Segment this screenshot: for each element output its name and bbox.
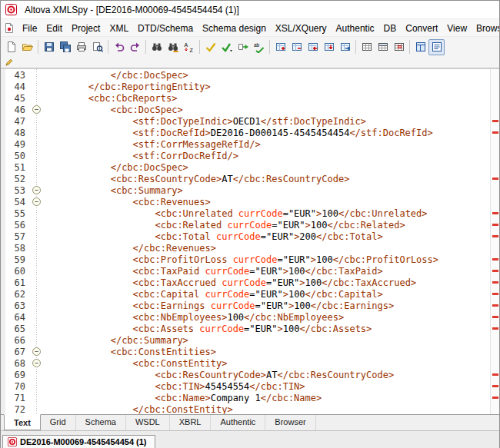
- code-line[interactable]: 64<cbc:NbEmployees>100</cbc:NbEmployees>: [5, 311, 490, 323]
- grid-expand-icon[interactable]: [272, 39, 288, 55]
- code-text[interactable]: <cbc:TaxPaid currCode="EUR">100</cbc:Tax…: [44, 266, 490, 277]
- scroll-marker-strip[interactable]: [490, 69, 499, 414]
- menu-item-authentic[interactable]: Authentic: [332, 21, 379, 36]
- fold-margin[interactable]: [30, 69, 44, 81]
- code-text[interactable]: <stf:DocRefId>DE2016-D000145-4545454454<…: [44, 128, 490, 138]
- menu-item-view[interactable]: View: [442, 21, 472, 36]
- code-text[interactable]: </cbc:ConstEntity>: [44, 404, 490, 415]
- code-line[interactable]: 45<cbc:CbcReports>: [5, 92, 490, 104]
- code-text[interactable]: </cbc:ReportingEntity>: [44, 81, 490, 92]
- code-text[interactable]: <cbc:Unrelated currCode="EUR">100</cbc:U…: [44, 208, 490, 219]
- menu-item-xml[interactable]: XML: [105, 21, 133, 36]
- find-next-icon[interactable]: [165, 39, 181, 55]
- validate-icon[interactable]: [218, 39, 235, 55]
- document-tab[interactable]: DE2016-M00069-4545454454 (1): [2, 435, 155, 448]
- code-line[interactable]: 60<cbc:TaxPaid currCode="EUR">100</cbc:T…: [5, 265, 490, 277]
- fold-margin[interactable]: [30, 81, 44, 92]
- view-tab-authentic[interactable]: Authentic: [211, 415, 265, 430]
- fold-collapse-icon[interactable]: −: [32, 197, 41, 206]
- fold-margin[interactable]: [30, 150, 44, 161]
- menu-item-file[interactable]: File: [18, 21, 42, 36]
- code-text[interactable]: <cbc:ConstEntities>: [44, 347, 490, 357]
- code-text[interactable]: <cbc:Earnings currCode="EUR">100</cbc:Ea…: [44, 300, 490, 311]
- menu-item-project[interactable]: Project: [67, 21, 105, 36]
- code-line[interactable]: 72</cbc:ConstEntity>: [5, 403, 490, 414]
- menu-item-dtd-schema[interactable]: DTD/Schema: [133, 21, 198, 36]
- code-text[interactable]: <cbc:ResCountryCode>AT</cbc:ResCountryCo…: [44, 174, 490, 184]
- code-line[interactable]: 49<stf:CorrMessageRefId/>: [5, 138, 490, 150]
- fold-margin[interactable]: −: [30, 104, 44, 115]
- fold-margin[interactable]: [30, 277, 44, 288]
- code-text[interactable]: <cbc:TaxAccrued currCode="EUR">100</cbc:…: [44, 277, 490, 288]
- save-icon[interactable]: [41, 39, 57, 55]
- code-text[interactable]: <cbc:DocSpec>: [44, 105, 490, 115]
- code-text[interactable]: <stf:CorrMessageRefId/>: [44, 139, 490, 150]
- menu-item-db[interactable]: DB: [379, 21, 402, 36]
- code-line[interactable]: 65<cbc:Assets currCode="EUR">100</cbc:As…: [5, 323, 490, 334]
- view-tab-wsdl[interactable]: WSDL: [126, 415, 170, 430]
- code-line[interactable]: 51</cbc:DocSpec>: [5, 161, 490, 173]
- code-line[interactable]: 44</cbc:ReportingEntity>: [5, 81, 490, 92]
- fold-margin[interactable]: [30, 288, 44, 300]
- code-line[interactable]: 63<cbc:Earnings currCode="EUR">100</cbc:…: [5, 300, 490, 311]
- code-text[interactable]: <cbc:Name>Company 1</cbc:Name>: [44, 393, 490, 403]
- code-line[interactable]: 70<cbc:TIN>45454554</cbc:TIN>: [5, 380, 490, 392]
- print-icon[interactable]: [73, 39, 89, 55]
- fold-margin[interactable]: [30, 254, 44, 265]
- open-file-icon[interactable]: [19, 39, 35, 55]
- code-text[interactable]: <cbc:ConstEntity>: [44, 358, 490, 369]
- code-line[interactable]: 46−<cbc:DocSpec>: [5, 104, 490, 115]
- print-preview-icon[interactable]: [89, 39, 105, 55]
- fold-margin[interactable]: [30, 334, 44, 346]
- grid-insert-col-icon[interactable]: [337, 39, 353, 55]
- code-text[interactable]: <cbc:TIN>45454554</cbc:TIN>: [44, 381, 490, 392]
- code-line[interactable]: 52<cbc:ResCountryCode>AT</cbc:ResCountry…: [5, 173, 490, 184]
- code-line[interactable]: 57<cbc:Total currCode="EUR">200</cbc:Tot…: [5, 231, 490, 242]
- menu-item-edit[interactable]: Edit: [42, 21, 67, 36]
- table-view-icon[interactable]: [358, 39, 375, 55]
- fold-margin[interactable]: −: [30, 346, 44, 357]
- code-text[interactable]: <cbc:ProfitOrLoss currCode="EUR">100</cb…: [44, 254, 490, 265]
- code-text[interactable]: <cbc:ResCountryCode>AT</cbc:ResCountryCo…: [44, 370, 490, 380]
- code-text[interactable]: <stf:DocTypeIndic>OECD1</stf:DocTypeIndi…: [44, 116, 490, 127]
- find-icon[interactable]: [148, 39, 165, 55]
- fold-collapse-icon[interactable]: −: [32, 347, 41, 356]
- menu-item-convert[interactable]: Convert: [401, 21, 442, 36]
- code-line[interactable]: 68−<cbc:ConstEntity>: [5, 357, 490, 369]
- code-text[interactable]: </cbc:DocSpec>: [44, 162, 490, 173]
- spelling-icon[interactable]: ab: [251, 39, 267, 55]
- app-icon[interactable]: [5, 4, 17, 15]
- code-line[interactable]: 67−<cbc:ConstEntities>: [5, 346, 490, 357]
- view-tab-text[interactable]: Text: [4, 414, 41, 430]
- fold-margin[interactable]: [30, 161, 44, 173]
- code-text[interactable]: <stf:CorrDocRefId/>: [44, 151, 490, 161]
- view-tab-xbrl[interactable]: XBRL: [170, 415, 212, 430]
- code-area[interactable]: 43</cbc:DocSpec>44</cbc:ReportingEntity>…: [1, 69, 490, 414]
- fold-collapse-icon[interactable]: −: [32, 186, 41, 194]
- code-line[interactable]: 43</cbc:DocSpec>: [5, 69, 490, 81]
- grid-insert-row-icon[interactable]: [305, 39, 321, 55]
- replace-icon[interactable]: AZ: [181, 39, 197, 55]
- code-line[interactable]: 59<cbc:ProfitOrLoss currCode="EUR">100</…: [5, 254, 490, 265]
- fold-margin[interactable]: −: [30, 196, 44, 207]
- code-line[interactable]: 62<cbc:Capital currCode="EUR">100</cbc:C…: [5, 288, 490, 300]
- fold-margin[interactable]: [30, 369, 44, 380]
- code-line[interactable]: 48<stf:DocRefId>DE2016-D000145-454545445…: [5, 127, 490, 138]
- code-text[interactable]: <cbc:Revenues>: [44, 197, 490, 207]
- code-line[interactable]: 47<stf:DocTypeIndic>OECD1</stf:DocTypeIn…: [5, 115, 490, 127]
- grid-collapse-icon[interactable]: [288, 39, 305, 55]
- fold-margin[interactable]: [30, 138, 44, 150]
- fold-margin[interactable]: [30, 323, 44, 334]
- code-text[interactable]: <cbc:NbEmployees>100</cbc:NbEmployees>: [44, 312, 490, 323]
- fold-margin[interactable]: [30, 92, 44, 104]
- code-line[interactable]: 54−<cbc:Revenues>: [5, 196, 490, 207]
- editor[interactable]: 43</cbc:DocSpec>44</cbc:ReportingEntity>…: [1, 68, 499, 414]
- redo-icon[interactable]: [127, 39, 143, 55]
- code-text[interactable]: </cbc:Summary>: [44, 335, 490, 346]
- code-text[interactable]: <cbc:Summary>: [44, 185, 490, 196]
- view-tab-schema[interactable]: Schema: [76, 415, 126, 430]
- code-text[interactable]: </cbc:Revenues>: [44, 243, 490, 254]
- table-display-icon[interactable]: [391, 39, 407, 55]
- fold-margin[interactable]: −: [30, 184, 44, 196]
- code-line[interactable]: 56<cbc:Related currCode="EUR">100</cbc:R…: [5, 219, 490, 231]
